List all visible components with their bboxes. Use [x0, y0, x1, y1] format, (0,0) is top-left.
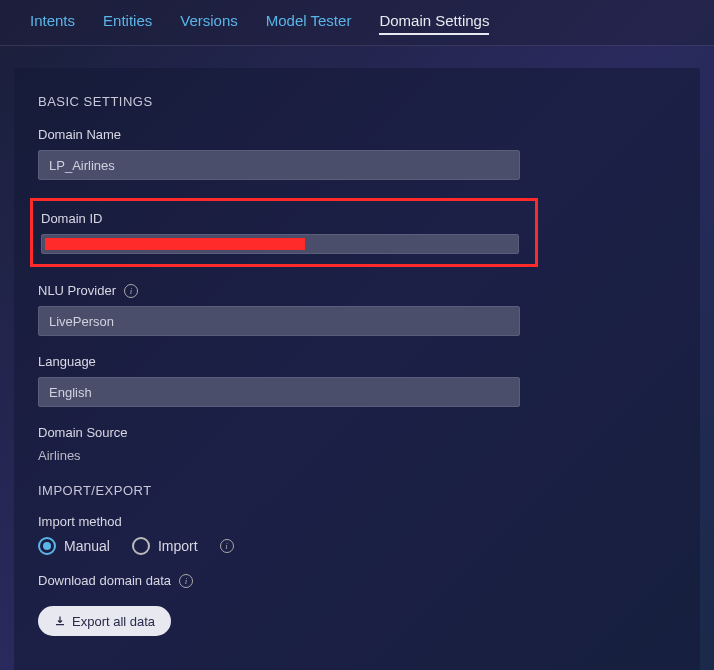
- settings-panel: BASIC SETTINGS Domain Name Domain ID NLU…: [14, 68, 700, 670]
- download-icon: [54, 615, 66, 627]
- domain-id-label: Domain ID: [41, 211, 529, 226]
- radio-import-label: Import: [158, 538, 198, 554]
- redacted-bar: [45, 238, 305, 250]
- tab-entities[interactable]: Entities: [103, 12, 152, 35]
- language-label: Language: [38, 354, 676, 369]
- radio-import-control[interactable]: [132, 537, 150, 555]
- tab-domain-settings[interactable]: Domain Settings: [379, 12, 489, 35]
- export-all-data-button[interactable]: Export all data: [38, 606, 171, 636]
- info-icon[interactable]: i: [220, 539, 234, 553]
- download-domain-data-label: Download domain data i: [38, 573, 676, 588]
- radio-manual-control[interactable]: [38, 537, 56, 555]
- domain-id-input[interactable]: [41, 234, 519, 254]
- export-all-data-label: Export all data: [72, 614, 155, 629]
- domain-source-value: Airlines: [38, 448, 676, 463]
- radio-import[interactable]: Import: [132, 537, 198, 555]
- tab-model-tester[interactable]: Model Tester: [266, 12, 352, 35]
- domain-id-highlight: Domain ID: [30, 198, 538, 267]
- import-method-field: Import method Manual Import i: [38, 514, 676, 555]
- language-field: Language: [38, 354, 676, 407]
- tab-intents[interactable]: Intents: [30, 12, 75, 35]
- nlu-provider-field: NLU Provider i: [38, 283, 676, 336]
- basic-settings-header: BASIC SETTINGS: [38, 94, 676, 109]
- nlu-provider-label: NLU Provider i: [38, 283, 676, 298]
- language-input[interactable]: [38, 377, 520, 407]
- info-icon[interactable]: i: [179, 574, 193, 588]
- nlu-provider-input[interactable]: [38, 306, 520, 336]
- import-method-label: Import method: [38, 514, 676, 529]
- domain-name-label: Domain Name: [38, 127, 676, 142]
- download-domain-data-label-text: Download domain data: [38, 573, 171, 588]
- tab-bar: Intents Entities Versions Model Tester D…: [0, 0, 714, 46]
- nlu-provider-label-text: NLU Provider: [38, 283, 116, 298]
- domain-source-label: Domain Source: [38, 425, 676, 440]
- tab-versions[interactable]: Versions: [180, 12, 238, 35]
- import-method-radio-group: Manual Import i: [38, 537, 676, 555]
- info-icon[interactable]: i: [124, 284, 138, 298]
- domain-name-input[interactable]: [38, 150, 520, 180]
- radio-manual-label: Manual: [64, 538, 110, 554]
- download-domain-data-field: Download domain data i Export all data: [38, 573, 676, 636]
- domain-name-field: Domain Name: [38, 127, 676, 180]
- import-export-header: IMPORT/EXPORT: [38, 483, 676, 498]
- domain-source-field: Domain Source Airlines: [38, 425, 676, 463]
- radio-manual[interactable]: Manual: [38, 537, 110, 555]
